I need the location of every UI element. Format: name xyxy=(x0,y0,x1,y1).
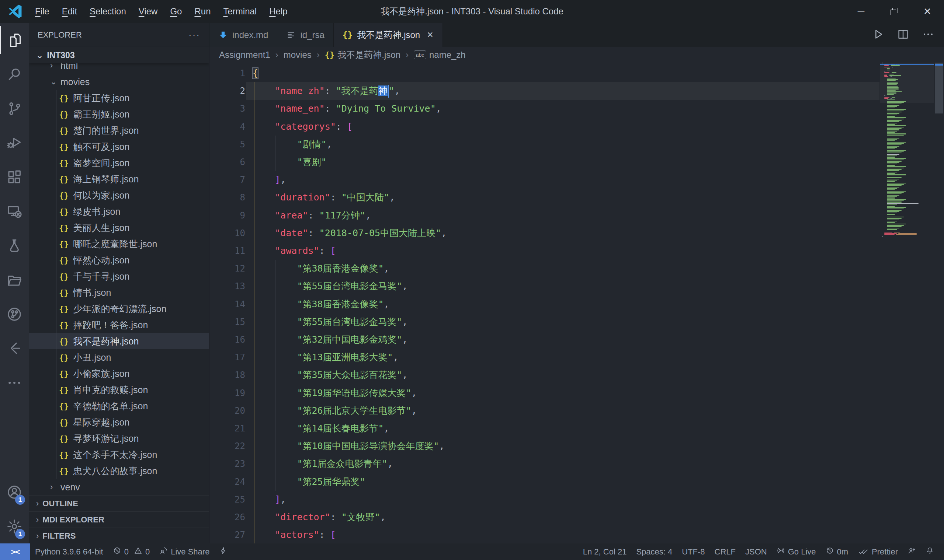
code-line-24[interactable]: "第25届华鼎奖" xyxy=(210,473,880,491)
code-token: "第35届大众电影百花奖" xyxy=(297,369,402,380)
code-line-19[interactable]: "第19届华语电影传媒大奖", xyxy=(210,384,880,402)
code-line-14[interactable]: "第38届香港金像奖", xyxy=(210,295,880,313)
title-bar: FileEditSelectionViewGoRunTerminalHelp 我… xyxy=(0,0,944,23)
minimap-line xyxy=(887,189,895,190)
close-icon[interactable]: ✕ xyxy=(911,0,944,23)
code-line-27[interactable]: "actors": [ xyxy=(210,526,880,543)
gitlens-icon[interactable] xyxy=(0,297,29,331)
status-problems[interactable]: 00 xyxy=(108,543,155,560)
tree-folder-movies[interactable]: ⌄movies xyxy=(29,74,209,90)
code-line-9[interactable]: "area": "117分钟", xyxy=(210,207,880,225)
status-go-live[interactable]: Go Live xyxy=(772,543,821,560)
close-tab-icon[interactable]: ✕ xyxy=(427,30,433,40)
editor-scrollbar[interactable] xyxy=(934,63,944,543)
breadcrumb-item-我不是药神.json[interactable]: {}我不是药神.json xyxy=(325,49,401,61)
tab-index.md[interactable]: index.md xyxy=(210,23,277,47)
remote-indicator[interactable]: >< xyxy=(0,543,30,560)
status-python[interactable]: Python 3.9.6 64-bit xyxy=(30,543,108,560)
test-explorer-icon[interactable] xyxy=(0,228,29,263)
status-cursor-position[interactable]: Ln 2, Col 21 xyxy=(578,543,632,560)
code-line-12[interactable]: "第38届香港金像奖", xyxy=(210,260,880,277)
remote-explorer-icon[interactable] xyxy=(0,194,29,228)
tab-我不是药神.json[interactable]: {}我不是药神.json✕ xyxy=(334,23,443,47)
tree-folder-venv[interactable]: ›venv xyxy=(29,479,209,495)
more-views-icon[interactable] xyxy=(0,366,29,400)
code-line-15[interactable]: "第55届台湾电影金马奖", xyxy=(210,313,880,331)
status-indentation[interactable]: Spaces: 4 xyxy=(631,543,677,560)
code-line-6[interactable]: "喜剧" xyxy=(210,153,880,171)
scrollbar-thumb[interactable] xyxy=(935,63,943,114)
project-manager-icon[interactable] xyxy=(0,263,29,297)
status-timer[interactable]: 0m xyxy=(821,543,853,560)
code-line-23[interactable]: "第1届金众电影青年", xyxy=(210,455,880,473)
menu-item-file[interactable]: File xyxy=(29,0,56,23)
sidebar-section-filters[interactable]: ›FILTERS xyxy=(29,528,209,543)
code-line-21[interactable]: "第14届长春电影节", xyxy=(210,420,880,437)
extensions-icon[interactable] xyxy=(0,160,29,194)
minimap-line xyxy=(887,125,906,126)
accounts-icon[interactable]: 1 xyxy=(0,475,29,509)
source-control-icon[interactable] xyxy=(0,91,29,126)
leetcode-icon[interactable] xyxy=(0,331,29,366)
status-language[interactable]: JSON xyxy=(740,543,772,560)
split-editor-icon[interactable] xyxy=(897,28,909,42)
restore-icon[interactable] xyxy=(878,0,911,23)
editor-tab-bar: index.mdid_rsa{}我不是药神.json✕ xyxy=(210,23,944,47)
minimap[interactable] xyxy=(880,63,934,543)
minimap-line xyxy=(887,200,904,201)
sidebar-section-mdi-explorer[interactable]: ›MDI EXPLORER xyxy=(29,511,209,528)
code-line-20[interactable]: "第26届北京大学生电影节", xyxy=(210,402,880,420)
vscode-logo-icon xyxy=(8,5,22,18)
minimap-line xyxy=(887,183,906,183)
explorer-icon[interactable] xyxy=(0,23,29,57)
run-icon[interactable] xyxy=(872,28,884,42)
code-line-5[interactable]: "剧情", xyxy=(210,135,880,153)
menu-item-go[interactable]: Go xyxy=(164,0,188,23)
code-line-26[interactable]: "director": "文牧野", xyxy=(210,508,880,526)
tree-root-folder[interactable]: ⌄ INT303 xyxy=(29,47,209,63)
status-liveshare[interactable]: Live Share xyxy=(154,543,214,560)
minimize-icon[interactable]: ─ xyxy=(844,0,878,23)
code-line-13[interactable]: "第55届台湾电影金马奖", xyxy=(210,277,880,295)
breadcrumb-label: Assignment1 xyxy=(219,50,270,60)
code-line-1[interactable]: { xyxy=(210,65,880,82)
tab-id_rsa[interactable]: id_rsa xyxy=(277,23,333,47)
breadcrumb-item-name_zh[interactable]: abcname_zh xyxy=(414,50,466,60)
code-line-22[interactable]: "第10届中国电影导演协会年度奖", xyxy=(210,437,880,455)
code-line-11[interactable]: "awards": [ xyxy=(210,242,880,260)
settings-icon[interactable]: 1 xyxy=(0,509,29,543)
code-line-18[interactable]: "第35届大众电影百花奖", xyxy=(210,366,880,384)
code-line-10[interactable]: "date": "2018-07-05中国大陆上映", xyxy=(210,225,880,242)
sidebar-section-outline[interactable]: ›OUTLINE xyxy=(29,495,209,511)
menu-item-help[interactable]: Help xyxy=(263,0,293,23)
code-line-8[interactable]: "duration": "中国大陆", xyxy=(210,189,880,206)
menu-item-view[interactable]: View xyxy=(133,0,164,23)
status-encoding[interactable]: UTF-8 xyxy=(677,543,710,560)
code-line-3[interactable]: "name_en": "Dying To Survive", xyxy=(210,100,880,117)
explorer-more-actions-icon[interactable]: ··· xyxy=(188,29,200,41)
code-line-7[interactable]: ], xyxy=(210,171,880,189)
more-actions-icon[interactable] xyxy=(922,28,935,42)
tree-item-label: 阿甘正传.json xyxy=(73,92,130,104)
code-editor[interactable]: 1{2"name_zh": "我不是药神",3"name_en": "Dying… xyxy=(210,63,944,543)
code-line-4[interactable]: "categorys": [ xyxy=(210,118,880,135)
search-icon[interactable] xyxy=(0,57,29,91)
code-line-16[interactable]: "第32届中国电影金鸡奖", xyxy=(210,331,880,349)
status-eol[interactable]: CRLF xyxy=(710,543,740,560)
status-prettier[interactable]: Prettier xyxy=(853,543,903,560)
run-debug-icon[interactable] xyxy=(0,126,29,160)
minimap-viewport[interactable] xyxy=(880,63,934,103)
code-line-2[interactable]: "name_zh": "我不是药神", xyxy=(210,82,880,100)
status-feedback[interactable] xyxy=(903,543,921,560)
feedback-icon xyxy=(907,546,916,557)
menu-item-selection[interactable]: Selection xyxy=(83,0,133,23)
code-line-17[interactable]: "第13届亚洲电影大奖", xyxy=(210,349,880,366)
status-bolt[interactable] xyxy=(214,543,232,560)
status-notifications[interactable] xyxy=(921,543,939,560)
menu-item-edit[interactable]: Edit xyxy=(56,0,83,23)
breadcrumb-item-movies[interactable]: movies xyxy=(284,50,312,60)
menu-item-terminal[interactable]: Terminal xyxy=(217,0,263,23)
menu-item-run[interactable]: Run xyxy=(188,0,217,23)
code-line-25[interactable]: ], xyxy=(210,491,880,508)
breadcrumb-item-Assignment1[interactable]: Assignment1 xyxy=(219,50,270,60)
